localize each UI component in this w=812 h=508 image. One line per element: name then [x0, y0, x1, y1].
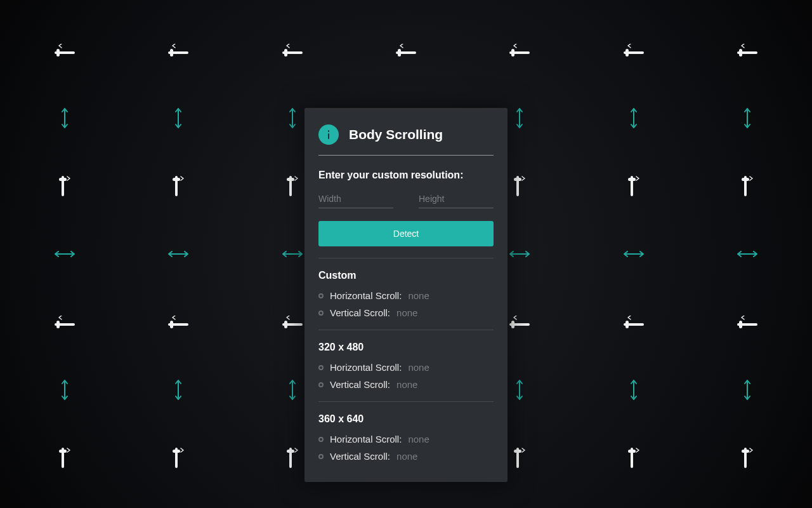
svg-rect-64: [59, 450, 67, 453]
slider-h-icon: [19, 16, 110, 84]
bullet-icon: [318, 365, 324, 370]
slider-h-icon: [588, 16, 679, 84]
slider-h-icon: [588, 288, 679, 356]
svg-rect-43: [56, 321, 60, 328]
list-item: Vertical Scroll: none: [318, 379, 494, 390]
hscroll-label: Horizontal Scroll:: [330, 434, 402, 444]
svg-rect-3: [170, 49, 173, 57]
slider-v-icon: [588, 152, 679, 220]
list-item: Horizontal Scroll: none: [318, 362, 494, 373]
detect-button[interactable]: Detect: [318, 221, 494, 246]
svg-rect-13: [739, 49, 742, 57]
form-subtitle: Enter your custom resolution:: [318, 170, 494, 181]
slider-v-icon: [133, 152, 223, 220]
bullet-icon: [318, 382, 324, 387]
svg-rect-26: [287, 178, 294, 181]
width-input[interactable]: [318, 190, 393, 208]
vscroll-value: none: [396, 451, 417, 462]
arrow-v-icon: [133, 356, 223, 424]
slider-v-icon: [19, 152, 110, 220]
card-title: Body Scrolling: [349, 127, 443, 142]
section-custom: Custom Horizontal Scroll: none Vertical …: [318, 258, 494, 318]
bullet-icon: [318, 437, 324, 442]
svg-rect-34: [742, 178, 749, 181]
svg-rect-24: [173, 178, 180, 181]
slider-h-icon: [133, 288, 223, 356]
arrow-h-icon: [19, 491, 110, 508]
vscroll-value: none: [396, 379, 417, 390]
slider-v-icon: [19, 424, 110, 491]
info-icon: [318, 124, 339, 145]
vscroll-label: Vertical Scroll:: [330, 451, 390, 462]
slider-h-icon: [360, 16, 451, 84]
section-title: Custom: [318, 270, 494, 281]
list-item: Vertical Scroll: none: [318, 451, 494, 462]
list-item: Horizontal Scroll: none: [318, 434, 494, 444]
slider-h-icon: [702, 16, 793, 84]
svg-rect-1: [56, 49, 60, 57]
arrow-h-icon: [247, 491, 337, 508]
arrow-v-icon: [133, 84, 223, 152]
svg-rect-45: [170, 321, 173, 328]
svg-rect-5: [284, 49, 287, 57]
vscroll-label: Vertical Scroll:: [330, 307, 390, 318]
arrow-h-icon: [475, 491, 565, 508]
slider-h-icon: [133, 16, 223, 84]
slider-v-icon: [133, 424, 223, 491]
section-title: 360 x 640: [318, 413, 494, 425]
hscroll-label: Horizontal Scroll:: [330, 362, 402, 373]
svg-rect-72: [514, 450, 521, 453]
hscroll-value: none: [408, 290, 429, 301]
arrow-v-icon: [19, 84, 110, 152]
height-input[interactable]: [419, 190, 494, 208]
bullet-icon: [318, 293, 324, 298]
svg-rect-53: [625, 321, 629, 328]
arrow-v-icon: [702, 356, 793, 424]
svg-rect-9: [511, 49, 514, 57]
slider-h-icon: [19, 288, 110, 356]
svg-rect-66: [173, 450, 180, 453]
svg-rect-11: [625, 49, 629, 57]
vscroll-value: none: [396, 307, 417, 318]
svg-rect-51: [511, 321, 514, 328]
slider-v-icon: [588, 424, 679, 491]
arrow-h-icon: [588, 220, 679, 288]
svg-rect-32: [628, 178, 636, 181]
svg-rect-68: [287, 450, 294, 453]
arrow-h-icon: [702, 220, 793, 288]
resolution-fields: [318, 190, 494, 208]
body-scrolling-card: Body Scrolling Enter your custom resolut…: [304, 108, 508, 482]
section-title: 320 x 480: [318, 342, 494, 353]
slider-h-icon: [702, 288, 793, 356]
svg-rect-30: [514, 178, 521, 181]
svg-rect-7: [398, 49, 401, 57]
arrow-v-icon: [702, 84, 793, 152]
slider-v-icon: [702, 424, 793, 491]
svg-rect-76: [742, 450, 749, 453]
list-item: Vertical Scroll: none: [318, 307, 494, 318]
svg-rect-74: [628, 450, 636, 453]
arrow-h-icon: [588, 491, 679, 508]
section-320x480: 320 x 480 Horizontal Scroll: none Vertic…: [318, 330, 494, 390]
hscroll-label: Horizontal Scroll:: [330, 290, 402, 301]
arrow-v-icon: [588, 84, 679, 152]
hscroll-value: none: [408, 434, 429, 444]
arrow-h-icon: [133, 220, 223, 288]
vscroll-label: Vertical Scroll:: [330, 379, 390, 390]
svg-rect-22: [59, 178, 67, 181]
arrow-h-icon: [19, 220, 110, 288]
slider-v-icon: [702, 152, 793, 220]
arrow-h-icon: [133, 491, 223, 508]
svg-rect-55: [739, 321, 742, 328]
slider-h-icon: [247, 16, 337, 84]
slider-h-icon: [475, 16, 565, 84]
card-header: Body Scrolling: [318, 124, 494, 156]
svg-rect-47: [284, 321, 287, 328]
list-item: Horizontal Scroll: none: [318, 290, 494, 301]
arrow-h-icon: [702, 491, 793, 508]
arrow-v-icon: [588, 356, 679, 424]
section-360x640: 360 x 640 Horizontal Scroll: none Vertic…: [318, 401, 494, 462]
arrow-v-icon: [19, 356, 110, 424]
svg-rect-84: [328, 130, 329, 132]
svg-rect-85: [328, 133, 329, 139]
